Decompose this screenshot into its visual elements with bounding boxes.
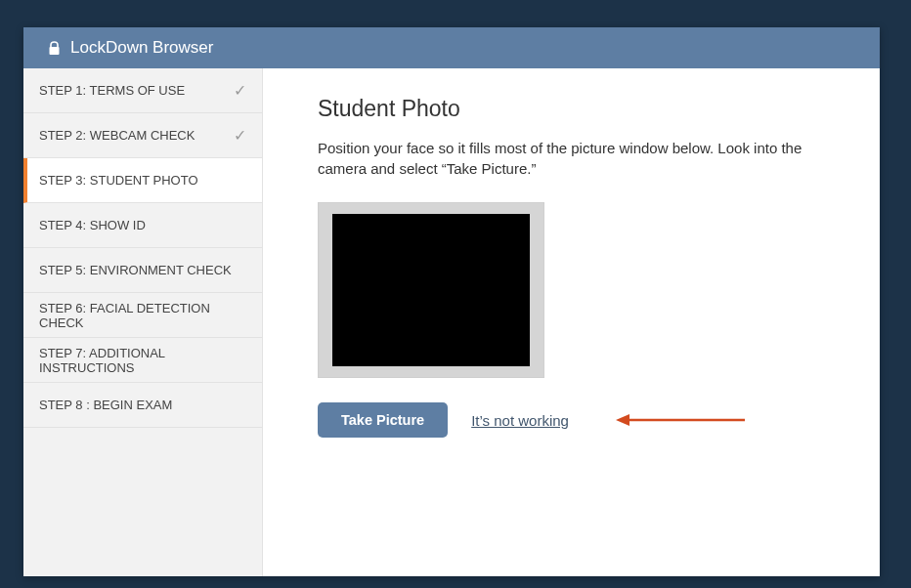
window-body: STEP 1: TERMS OF USE ✓ STEP 2: WEBCAM CH… <box>23 68 880 576</box>
sidebar-item-step-1[interactable]: STEP 1: TERMS OF USE ✓ <box>23 68 262 113</box>
sidebar: STEP 1: TERMS OF USE ✓ STEP 2: WEBCAM CH… <box>23 68 263 576</box>
sidebar-item-step-5[interactable]: STEP 5: ENVIRONMENT CHECK <box>23 248 262 293</box>
sidebar-item-step-8[interactable]: STEP 8 : BEGIN EXAM <box>23 383 262 428</box>
sidebar-item-step-3[interactable]: STEP 3: STUDENT PHOTO <box>23 158 262 203</box>
sidebar-filler <box>23 428 262 576</box>
sidebar-item-label: STEP 4: SHOW ID <box>39 218 146 232</box>
svg-rect-0 <box>50 47 60 55</box>
camera-feed <box>332 214 530 366</box>
camera-frame <box>318 202 544 378</box>
lock-icon <box>48 41 61 56</box>
sidebar-item-label: STEP 5: ENVIRONMENT CHECK <box>39 263 232 277</box>
actions-row: Take Picture It’s not working <box>318 402 825 438</box>
arrow-annotation-icon <box>616 413 747 427</box>
svg-marker-2 <box>616 414 629 426</box>
app-window: LockDown Browser STEP 1: TERMS OF USE ✓ … <box>23 27 880 576</box>
not-working-link[interactable]: It’s not working <box>471 412 569 429</box>
take-picture-button[interactable]: Take Picture <box>318 402 448 438</box>
sidebar-item-label: STEP 2: WEBCAM CHECK <box>39 128 195 143</box>
sidebar-item-step-4[interactable]: STEP 4: SHOW ID <box>23 203 262 248</box>
sidebar-item-step-7[interactable]: STEP 7: ADDITIONAL INSTRUCTIONS <box>23 338 262 383</box>
sidebar-item-step-2[interactable]: STEP 2: WEBCAM CHECK ✓ <box>23 113 262 158</box>
page-title: Student Photo <box>318 96 825 122</box>
sidebar-item-label: STEP 3: STUDENT PHOTO <box>39 173 198 188</box>
sidebar-item-label: STEP 8 : BEGIN EXAM <box>39 398 172 412</box>
check-icon: ✓ <box>234 126 246 145</box>
sidebar-item-label: STEP 1: TERMS OF USE <box>39 83 185 98</box>
instructions-text: Position your face so it fills most of t… <box>318 138 806 179</box>
app-title: LockDown Browser <box>70 38 213 58</box>
sidebar-item-label: STEP 7: ADDITIONAL INSTRUCTIONS <box>39 346 246 375</box>
check-icon: ✓ <box>234 81 246 100</box>
sidebar-item-label: STEP 6: FACIAL DETECTION CHECK <box>39 301 246 330</box>
main-content: Student Photo Position your face so it f… <box>263 68 880 576</box>
titlebar: LockDown Browser <box>23 27 880 68</box>
sidebar-item-step-6[interactable]: STEP 6: FACIAL DETECTION CHECK <box>23 293 262 338</box>
